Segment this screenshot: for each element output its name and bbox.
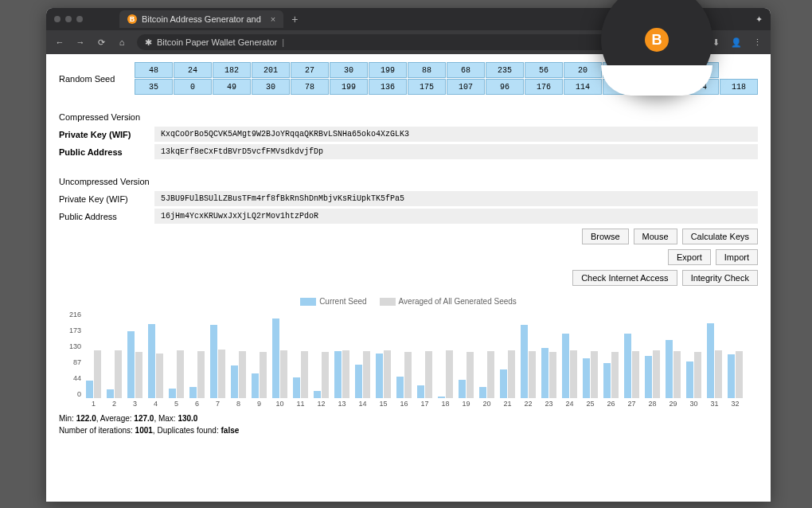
seed-cell[interactable]: 27: [291, 62, 329, 78]
bar-current: [645, 356, 652, 398]
bar-group: [209, 325, 227, 398]
bar-current: [210, 325, 217, 398]
seed-cell[interactable]: 24: [174, 62, 212, 78]
bar-group: [374, 350, 392, 398]
legend-current: Current Seed: [319, 297, 366, 306]
bar-group: [602, 352, 620, 398]
profile-icon[interactable]: 👤: [731, 37, 742, 48]
bar-group: [250, 352, 268, 398]
bar-current: [583, 358, 590, 398]
bar-averaged: [260, 352, 267, 398]
bar-averaged: [115, 350, 122, 398]
gear-icon[interactable]: ✦: [755, 14, 763, 25]
bar-averaged: [342, 350, 349, 398]
bar-averaged: [736, 351, 743, 398]
legend-swatch-avg: [380, 298, 396, 306]
mouse-button[interactable]: Mouse: [634, 229, 677, 244]
random-seed-label: Random Seed: [59, 74, 135, 84]
menu-icon[interactable]: ⋮: [751, 37, 763, 48]
seed-cell[interactable]: 176: [525, 79, 563, 95]
seed-cell[interactable]: 30: [330, 62, 368, 78]
seed-cell[interactable]: 175: [408, 79, 446, 95]
bar-averaged: [591, 351, 598, 398]
bar-group: [395, 352, 413, 398]
bitcoin-extension-icon[interactable]: B: [645, 28, 669, 52]
back-icon[interactable]: ←: [54, 37, 65, 48]
browse-button[interactable]: Browse: [582, 229, 629, 244]
bar-current: [562, 334, 569, 398]
seed-cell[interactable]: 35: [135, 79, 173, 95]
bar-group: [726, 351, 744, 398]
bar-averaged: [653, 350, 660, 398]
seed-cell[interactable]: 88: [408, 62, 446, 78]
bar-averaged: [322, 352, 329, 398]
u-private-key-value[interactable]: 5JBU9FUlBSUlLZBusTFm4rf8fBkRnShDnMbjvKsR…: [154, 191, 758, 206]
seed-cell[interactable]: 118: [720, 79, 758, 95]
bar-current: [438, 397, 445, 398]
bar-averaged: [135, 352, 142, 398]
seed-cell[interactable]: 199: [330, 79, 368, 95]
u-public-address-value[interactable]: 16jHm4YcxKRUwxJxXjLQ2rMov1htzPdoR: [154, 209, 758, 224]
public-address-value[interactable]: 13kqErf8eCxFtdBVrD5vcfFMVsdkdvjfDp: [154, 144, 758, 159]
seed-cell[interactable]: 56: [525, 62, 563, 78]
import-button[interactable]: Import: [716, 249, 758, 265]
seed-cell[interactable]: 235: [486, 62, 524, 78]
iterations-line: Number of iterations: 1001, Duplicates f…: [59, 426, 758, 435]
home-icon[interactable]: ⌂: [116, 37, 127, 48]
seed-cell[interactable]: 107: [447, 79, 485, 95]
check-internet-button[interactable]: Check Internet Access: [572, 270, 677, 286]
seed-cell[interactable]: 96: [486, 79, 524, 95]
private-key-label: Private Key (WIF): [59, 130, 154, 139]
bar-averaged: [301, 351, 308, 398]
seed-cell[interactable]: 182: [213, 62, 251, 78]
bar-current: [107, 389, 114, 398]
bar-current: [231, 365, 238, 398]
bar-group: [333, 350, 351, 398]
calculate-keys-button[interactable]: Calculate Keys: [682, 229, 758, 244]
bar-current: [686, 361, 693, 398]
bar-group: [167, 350, 185, 398]
seed-cell[interactable]: 199: [369, 62, 407, 78]
seed-cell[interactable]: 20: [564, 62, 602, 78]
bar-current: [376, 354, 383, 398]
close-icon[interactable]: ×: [271, 14, 275, 24]
bar-group: [685, 352, 703, 398]
seed-cell[interactable]: 68: [447, 62, 485, 78]
forward-icon[interactable]: →: [75, 37, 86, 48]
page-content: Random Seed 4824182201273019988682355620…: [46, 54, 771, 502]
browser-tab[interactable]: B Bitcoin Address Generator and ×: [119, 10, 283, 28]
seed-cell[interactable]: 114: [564, 79, 602, 95]
bar-group: [581, 351, 599, 398]
u-private-key-label: Private Key (WIF): [59, 194, 154, 204]
bar-group: [643, 350, 662, 398]
new-tab-icon[interactable]: +: [291, 13, 298, 25]
seed-cell[interactable]: 30: [252, 79, 290, 95]
bar-averaged: [363, 351, 370, 398]
bar-group: [436, 350, 455, 398]
bar-current: [86, 381, 93, 398]
bar-averaged: [673, 351, 681, 398]
seed-cell[interactable]: 136: [369, 79, 407, 95]
seed-cell[interactable]: 0: [174, 79, 212, 95]
bar-group: [291, 351, 310, 398]
chart-y-axis: 21617313087440: [61, 311, 81, 398]
bar-current: [148, 324, 155, 398]
seed-cell[interactable]: 201: [252, 62, 290, 78]
public-address-label: Public Address: [59, 147, 154, 157]
private-key-value[interactable]: KxqCoOrBo5QCVK5AMgt9W2BJoYRqqaQKRBvLSNHa…: [154, 127, 758, 142]
bar-group: [664, 340, 682, 398]
stats-line: Min: 122.0, Average: 127.0, Max: 130.0: [59, 414, 758, 423]
bar-current: [252, 373, 259, 398]
bar-averaged: [384, 350, 391, 398]
integrity-check-button[interactable]: Integrity Check: [682, 270, 758, 286]
seed-cell[interactable]: 48: [135, 62, 173, 78]
bar-averaged: [425, 351, 432, 398]
bar-averaged: [487, 351, 494, 398]
export-button[interactable]: Export: [668, 249, 711, 265]
seed-cell[interactable]: 78: [291, 79, 329, 95]
bar-averaged: [156, 354, 163, 398]
seed-cell[interactable]: 49: [213, 79, 251, 95]
legend-swatch-current: [300, 298, 316, 306]
bar-current: [707, 323, 714, 398]
reload-icon[interactable]: ⟳: [96, 37, 107, 48]
